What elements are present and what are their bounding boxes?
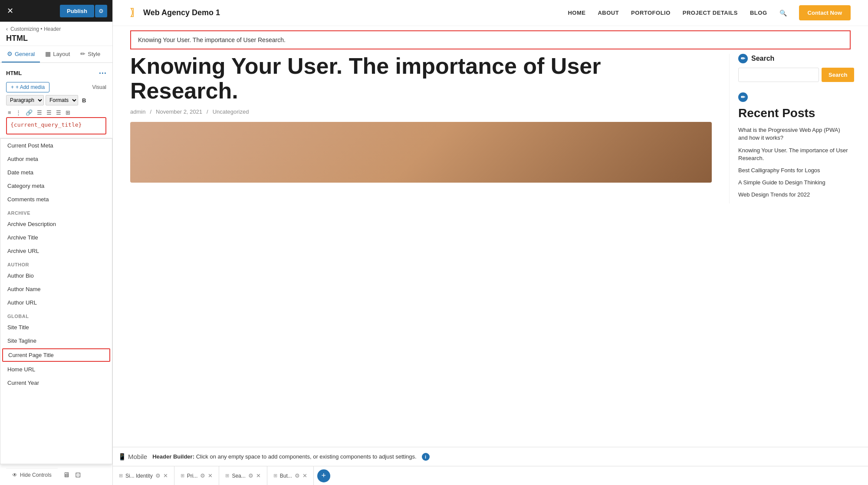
recent-post-2[interactable]: Knowing Your User. The importance of Use… bbox=[738, 147, 851, 162]
component-row: ⊞ Si... Identity ⚙ ✕ ⊞ Pri... ⚙ ✕ ⊞ Sea.… bbox=[113, 466, 868, 485]
site-logo: 〗 Web Agency Demo 1 bbox=[130, 7, 220, 20]
hide-controls-button[interactable]: 👁 Hide Controls bbox=[6, 468, 58, 482]
component-primary-menu[interactable]: ⊞ Pri... ⚙ ✕ bbox=[174, 466, 220, 485]
site-logo-text: Web Agency Demo 1 bbox=[143, 8, 220, 17]
nav-link-blog[interactable]: BLOG bbox=[750, 10, 767, 16]
component-search[interactable]: ⊞ Sea... ⚙ ✕ bbox=[219, 466, 267, 485]
expand-view-button[interactable]: ⊡ bbox=[73, 469, 82, 481]
dropdown-item-home-url[interactable]: Home URL bbox=[0, 363, 112, 376]
main-content: 〗 Web Agency Demo 1 HOME ABOUT PORTOFOLI… bbox=[113, 0, 868, 485]
breadcrumb-path: Customizing • Header bbox=[10, 26, 61, 32]
component-grid-icon-4: ⊞ bbox=[273, 473, 277, 478]
contact-now-button[interactable]: Contact Now bbox=[799, 5, 851, 20]
dropdown-item-current-page-title[interactable]: Current Page Title bbox=[2, 348, 110, 362]
align-right-icon[interactable]: ☰ bbox=[54, 108, 63, 117]
search-input[interactable] bbox=[738, 68, 819, 82]
code-editor-area[interactable]: {current_query_title} bbox=[6, 117, 106, 134]
toolbar-icons: ≡ ⋮ 🔗 ☰ ☰ ☰ ⊞ bbox=[6, 108, 106, 117]
paragraph-select[interactable]: Paragraph bbox=[6, 95, 44, 105]
component-grid-icon-2: ⊞ bbox=[181, 473, 184, 478]
dropdown-item-date-meta[interactable]: Date meta bbox=[0, 166, 112, 179]
sidebar-search-title: ✏ Search bbox=[738, 54, 851, 63]
dropdown-item-author-url[interactable]: Author URL bbox=[0, 296, 112, 309]
dropdown-item-site-tagline[interactable]: Site Tagline bbox=[0, 334, 112, 347]
logo-icon: 〗 bbox=[130, 7, 140, 20]
tab-style[interactable]: ✏ Style bbox=[75, 46, 105, 62]
dropdown-item-author-bio[interactable]: Author Bio bbox=[0, 269, 112, 282]
article-main: Knowing Your User. The importance of Use… bbox=[130, 54, 729, 203]
dropdown-menu: Current Post Meta Author meta Date meta … bbox=[0, 138, 112, 464]
align-center-icon[interactable]: ☰ bbox=[45, 108, 53, 117]
nav-link-about[interactable]: ABOUT bbox=[598, 10, 619, 16]
eye-icon: 👁 bbox=[12, 472, 17, 478]
component-close-4[interactable]: ✕ bbox=[302, 472, 307, 479]
recent-post-5[interactable]: Web Design Trends for 2022 bbox=[738, 191, 851, 199]
dropdown-item-comments-meta[interactable]: Comments meta bbox=[0, 193, 112, 206]
component-gear-4[interactable]: ⚙ bbox=[295, 472, 300, 479]
dropdown-item-archive-title[interactable]: Archive Title bbox=[0, 231, 112, 244]
article-sidebar: ✏ Search Search ✏ Recent Posts What is t… bbox=[729, 54, 851, 203]
dots-icon[interactable]: ⋯ bbox=[99, 68, 106, 78]
link-icon[interactable]: 🔗 bbox=[24, 108, 34, 117]
bottom-bar-left: 👁 Hide Controls 🖥 ⊡ bbox=[0, 464, 112, 485]
search-nav-icon[interactable]: 🔍 bbox=[779, 10, 787, 16]
dropdown-item-category-meta[interactable]: Category meta bbox=[0, 179, 112, 193]
global-section-label: GLOBAL bbox=[0, 309, 112, 321]
search-row: Search bbox=[738, 68, 851, 82]
ordered-list-icon[interactable]: ⋮ bbox=[14, 108, 23, 117]
bold-button[interactable]: B bbox=[80, 96, 88, 105]
add-component-button[interactable]: + bbox=[317, 469, 330, 482]
page-title-outlined: Knowing Your User. The importance of Use… bbox=[130, 30, 851, 49]
component-site-identity[interactable]: ⊞ Si... Identity ⚙ ✕ bbox=[113, 466, 174, 485]
align-left-icon[interactable]: ☰ bbox=[35, 108, 44, 117]
tab-layout[interactable]: ▦ Layout bbox=[40, 46, 75, 62]
table-icon[interactable]: ⊞ bbox=[64, 108, 72, 117]
visual-button[interactable]: Visual bbox=[92, 84, 106, 90]
info-icon[interactable]: i bbox=[422, 453, 430, 461]
recent-post-4[interactable]: A Simple Guide to Design Thinking bbox=[738, 179, 851, 187]
dropdown-item-archive-description[interactable]: Archive Description bbox=[0, 217, 112, 231]
component-close-2[interactable]: ✕ bbox=[208, 472, 213, 479]
builder-bar: 📱 Mobile Header Builder: Click on any em… bbox=[113, 447, 868, 466]
unordered-list-icon[interactable]: ≡ bbox=[6, 108, 13, 117]
publish-settings-button[interactable]: ⚙ bbox=[95, 5, 107, 17]
search-submit-button[interactable]: Search bbox=[822, 68, 854, 82]
site-nav: 〗 Web Agency Demo 1 HOME ABOUT PORTOFOLI… bbox=[113, 0, 868, 26]
search-pencil-icon: ✏ bbox=[738, 54, 748, 63]
close-button[interactable]: ✕ bbox=[5, 4, 15, 17]
site-nav-links: HOME ABOUT PORTOFOLIO PROJECT DETAILS BL… bbox=[568, 5, 851, 20]
component-close-1[interactable]: ✕ bbox=[163, 472, 168, 479]
nav-link-home[interactable]: HOME bbox=[568, 10, 585, 16]
mobile-icon: 📱 bbox=[118, 453, 126, 461]
dropdown-item-author-meta[interactable]: Author meta bbox=[0, 152, 112, 166]
left-panel: ✕ Publish ⚙ ‹ Customizing • Header HTML … bbox=[0, 0, 113, 485]
component-grid-icon-3: ⊞ bbox=[225, 473, 229, 478]
component-gear-1[interactable]: ⚙ bbox=[155, 472, 161, 479]
meta-sep2: / bbox=[207, 108, 208, 115]
dropdown-item-current-year[interactable]: Current Year bbox=[0, 376, 112, 390]
nav-link-project-details[interactable]: PROJECT DETAILS bbox=[683, 10, 738, 16]
desktop-view-button[interactable]: 🖥 bbox=[61, 469, 72, 481]
recent-post-3[interactable]: Best Calligraphy Fonts for Logos bbox=[738, 167, 851, 174]
mobile-view-button[interactable]: 📱 Mobile bbox=[118, 453, 147, 461]
nav-link-portfolio[interactable]: PORTOFOLIO bbox=[631, 10, 671, 16]
back-icon[interactable]: ‹ bbox=[6, 26, 8, 32]
recent-post-1[interactable]: What is the Progressive Web App (PWA) an… bbox=[738, 126, 851, 142]
dropdown-item-site-title[interactable]: Site Title bbox=[0, 321, 112, 334]
dropdown-item-current-post-meta[interactable]: Current Post Meta bbox=[0, 139, 112, 152]
add-media-button[interactable]: + + Add media bbox=[6, 82, 49, 92]
dropdown-item-author-name[interactable]: Author Name bbox=[0, 282, 112, 296]
component-gear-2[interactable]: ⚙ bbox=[200, 472, 205, 479]
tab-general[interactable]: ⚙ General bbox=[2, 46, 40, 62]
publish-button[interactable]: Publish bbox=[60, 5, 94, 17]
formats-select[interactable]: Formats bbox=[46, 95, 78, 105]
component-button[interactable]: ⊞ But... ⚙ ✕ bbox=[267, 466, 314, 485]
tabs-row: ⚙ General ▦ Layout ✏ Style bbox=[0, 46, 112, 63]
format-row: Paragraph Formats B bbox=[6, 95, 106, 105]
layout-icon: ▦ bbox=[45, 50, 51, 57]
component-close-3[interactable]: ✕ bbox=[256, 472, 261, 479]
article-date: November 2, 2021 bbox=[156, 108, 202, 115]
component-gear-3[interactable]: ⚙ bbox=[248, 472, 253, 479]
meta-sep1: / bbox=[150, 108, 151, 115]
dropdown-item-archive-url[interactable]: Archive URL bbox=[0, 244, 112, 258]
